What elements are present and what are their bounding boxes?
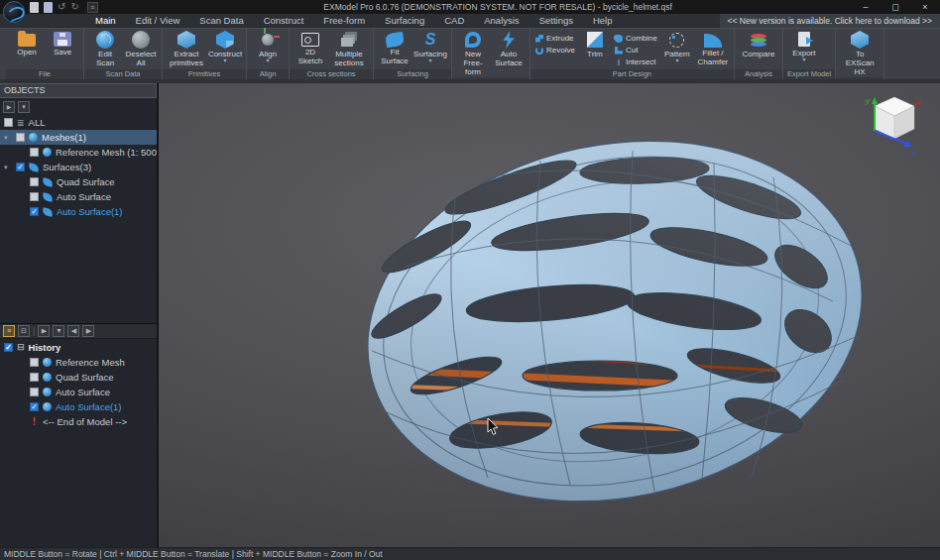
2d-sketch-button[interactable]: 2D Sketch bbox=[294, 31, 326, 65]
tree-item-meshes[interactable]: ▾ ✓ Meshes(1) bbox=[0, 130, 157, 145]
deselect-all-button[interactable]: Deselect All bbox=[125, 31, 157, 67]
checkbox[interactable]: ✓ bbox=[30, 192, 39, 201]
navigation-cube[interactable]: y z bbox=[863, 91, 926, 159]
filter-icon[interactable]: ▼ bbox=[18, 101, 30, 113]
surface-icon bbox=[28, 163, 39, 171]
update-notification-link[interactable]: << New version is available. Click here … bbox=[720, 14, 940, 28]
floppy-disk-icon bbox=[54, 32, 71, 47]
history-item-auto-surface-1[interactable]: ✓ Auto Surface(1) bbox=[0, 399, 157, 414]
history-item-quad-surface[interactable]: ✓ Quad Surface bbox=[0, 370, 157, 385]
open-document-icon[interactable] bbox=[44, 2, 53, 13]
save-button[interactable]: Save bbox=[47, 31, 78, 56]
step-forward-icon[interactable]: ▶ bbox=[38, 325, 50, 337]
menu-tab-analysis[interactable]: Analysis bbox=[474, 14, 529, 28]
checkbox[interactable]: ✓ bbox=[30, 177, 39, 186]
menu-tab-surfacing[interactable]: Surfacing bbox=[375, 14, 434, 28]
tree-item-reference-mesh[interactable]: ✓ Reference Mesh (1: 500 970) bbox=[0, 145, 157, 160]
combine-button[interactable]: Combine bbox=[615, 34, 657, 43]
left-panel: OBJECTS ▶ ▼ ✓ ≣ ALL ▾ ✓ Meshes(1) bbox=[0, 83, 159, 547]
menu-tab-settings[interactable]: Settings bbox=[529, 14, 583, 28]
chevron-down-icon[interactable]: ▾ bbox=[4, 164, 12, 171]
tree-item-surfaces[interactable]: ▾ ✓ Surfaces(3) bbox=[0, 160, 157, 174]
surfacing-s-icon: S bbox=[421, 31, 439, 49]
checkbox[interactable]: ✓ bbox=[30, 388, 39, 396]
export-button[interactable]: Export ▾ bbox=[788, 31, 820, 62]
checkbox[interactable]: ✓ bbox=[16, 133, 25, 142]
close-button[interactable]: × bbox=[910, 0, 940, 14]
tree-view-icon[interactable]: ⊟ bbox=[18, 325, 30, 337]
open-button[interactable]: Open bbox=[11, 31, 43, 56]
history-root-item[interactable]: ✓ ⊟ History bbox=[0, 339, 157, 355]
multiple-sections-button[interactable]: Multiple sections bbox=[330, 31, 368, 67]
checkbox[interactable]: ✓ bbox=[30, 373, 39, 382]
cut-button[interactable]: Cut bbox=[615, 46, 657, 55]
maximize-button[interactable]: ◻ bbox=[881, 0, 910, 14]
menu-tab-free-form[interactable]: Free-form bbox=[313, 14, 375, 28]
list-view-icon[interactable]: ≡ bbox=[3, 325, 15, 337]
chevron-down-icon: ▾ bbox=[802, 57, 805, 62]
redo-icon[interactable]: ↻ bbox=[70, 2, 78, 12]
to-exscan-hx-button[interactable]: To EXScan HX bbox=[841, 31, 879, 77]
layers-icon bbox=[341, 38, 353, 47]
menu-tab-main[interactable]: Main bbox=[85, 14, 126, 28]
undo-icon[interactable]: ↺ bbox=[58, 2, 65, 12]
toolbar-separator: | bbox=[33, 326, 35, 336]
skip-last-icon[interactable]: ▶ bbox=[82, 325, 94, 337]
new-free-form-button[interactable]: New Free-form bbox=[457, 31, 489, 77]
tree-item-auto-surface-1[interactable]: ✓ Auto Surface(1) bbox=[0, 204, 157, 219]
pattern-button[interactable]: Pattern ▾ bbox=[661, 31, 693, 63]
chevron-down-icon[interactable]: ▾ bbox=[4, 134, 12, 142]
ribbon-group-export-model: Export ▾ Export Model bbox=[783, 29, 836, 79]
extrude-icon bbox=[535, 35, 543, 43]
skip-first-icon[interactable]: ◀ bbox=[67, 325, 79, 337]
step-to-end-icon[interactable]: ▼ bbox=[53, 325, 64, 337]
app-logo-icon[interactable] bbox=[3, 1, 25, 23]
app-window: ↺ ↻ ≡ EXModel Pro 6.0.76 (DEMONSTRATION … bbox=[0, 0, 940, 560]
history-item-reference-mesh[interactable]: ✓ Reference Mesh bbox=[0, 355, 157, 370]
mesh-icon bbox=[43, 148, 52, 157]
menu-tab-construct[interactable]: Construct bbox=[254, 14, 314, 28]
compare-button[interactable]: Compare bbox=[740, 31, 777, 58]
extrude-button[interactable]: Extrude bbox=[535, 34, 575, 43]
checkbox-checked[interactable]: ✓ bbox=[30, 207, 39, 216]
edit-scan-button[interactable]: Edit Scan bbox=[89, 31, 121, 67]
checkbox[interactable]: ✓ bbox=[4, 118, 13, 127]
primitive-cube-icon bbox=[177, 31, 195, 49]
checkbox-checked[interactable]: ✓ bbox=[30, 402, 39, 411]
construct-button[interactable]: Construct ▾ bbox=[209, 31, 241, 63]
align-button[interactable]: Align ▾ bbox=[252, 31, 284, 63]
tree-item-quad-surface[interactable]: ✓ Quad Surface bbox=[0, 174, 157, 189]
checkbox[interactable]: ✓ bbox=[30, 148, 39, 157]
fillet-chamfer-button[interactable]: Fillet / Chamfer bbox=[697, 31, 729, 66]
3d-viewport[interactable]: y z bbox=[159, 83, 940, 547]
revolve-button[interactable]: Revolve bbox=[535, 46, 575, 55]
surfacing-button[interactable]: S Surfacing ▾ bbox=[414, 31, 446, 63]
ribbon-group-scan-data: Edit Scan Deselect All Scan Data bbox=[84, 29, 163, 79]
customize-toolbar-icon[interactable]: ≡ bbox=[87, 2, 98, 13]
checkbox[interactable]: ✓ bbox=[30, 358, 39, 367]
minimize-button[interactable]: – bbox=[851, 0, 881, 14]
menu-tab-help[interactable]: Help bbox=[583, 14, 623, 28]
intersect-button[interactable]: I Intersect bbox=[615, 57, 657, 66]
tree-item-auto-surface[interactable]: ✓ Auto Surface bbox=[0, 189, 157, 204]
checkbox-checked[interactable]: ✓ bbox=[16, 163, 25, 171]
tree-item-all[interactable]: ✓ ≣ ALL bbox=[0, 115, 157, 130]
auto-surface-button[interactable]: Auto Surface bbox=[493, 31, 525, 67]
menu-tab-edit-view[interactable]: Edit / View bbox=[126, 14, 190, 28]
menu-bar: Main Edit / View Scan Data Construct Fre… bbox=[0, 14, 940, 28]
operation-icon bbox=[43, 402, 52, 411]
menu-tab-cad[interactable]: CAD bbox=[434, 14, 474, 28]
menu-tab-scan-data[interactable]: Scan Data bbox=[189, 14, 253, 28]
new-document-icon[interactable] bbox=[30, 2, 39, 13]
history-item-auto-surface[interactable]: ✓ Auto Surface bbox=[0, 385, 157, 399]
extract-primitives-button[interactable]: Extract primitives bbox=[168, 31, 205, 67]
fit-surface-button[interactable]: Fit Surface bbox=[379, 31, 411, 65]
trim-button[interactable]: Trim bbox=[579, 31, 611, 58]
end-of-model-icon: ! bbox=[30, 416, 39, 427]
ribbon-group-label: File bbox=[6, 69, 83, 79]
checkbox-checked[interactable]: ✓ bbox=[4, 343, 13, 352]
history-item-end-of-model[interactable]: ! <-- End of Model --> bbox=[0, 414, 157, 429]
objects-panel: OBJECTS ▶ ▼ ✓ ≣ ALL ▾ ✓ Meshes(1) bbox=[0, 83, 157, 323]
isolate-filter-icon[interactable]: ▶ bbox=[3, 101, 15, 113]
sketch-icon bbox=[301, 33, 319, 47]
